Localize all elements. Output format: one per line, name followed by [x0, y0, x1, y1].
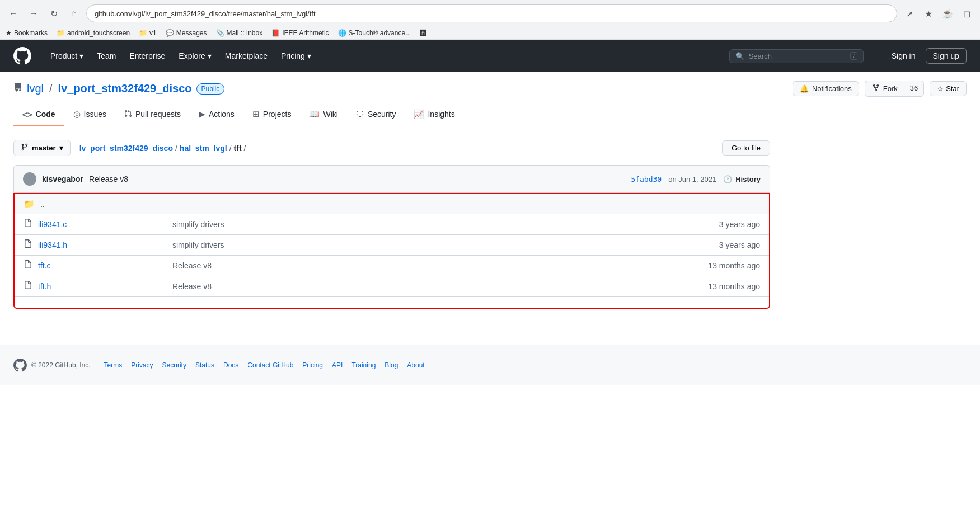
- github-header: Product ▾ Team Enterprise Explore ▾ Mark…: [0, 40, 980, 72]
- history-button[interactable]: 🕐 History: [723, 175, 761, 183]
- fork-button[interactable]: Fork: [865, 81, 904, 97]
- search-bar[interactable]: 🔍 Search /: [729, 49, 864, 63]
- file-commit: Release v8: [172, 261, 693, 270]
- branch-name: master: [32, 144, 56, 152]
- bookmark-v1[interactable]: 📁 v1: [139, 29, 157, 37]
- signup-button[interactable]: Sign up: [926, 48, 967, 64]
- wiki-icon: 📖: [309, 109, 320, 119]
- file-time: 3 years ago: [693, 241, 760, 249]
- breadcrumb-sep: /: [229, 144, 232, 153]
- address-bar[interactable]: github.com/lvgl/lv_port_stm32f429_disco/…: [86, 4, 897, 22]
- nav-marketplace[interactable]: Marketplace: [219, 48, 273, 64]
- file-time: 13 months ago: [693, 261, 760, 270]
- bookmark-ieee[interactable]: 📕 IEEE Arithmetic: [271, 29, 329, 37]
- file-icon: [24, 281, 32, 292]
- tab-insights[interactable]: 📈 Insights: [405, 103, 463, 126]
- table-padding-row: [15, 296, 769, 308]
- star-button[interactable]: ☆ Star: [930, 81, 967, 96]
- mail-icon: 📎: [216, 29, 224, 37]
- footer-link-about[interactable]: About: [407, 361, 424, 369]
- reload-button[interactable]: ↻: [46, 6, 62, 21]
- tab-projects[interactable]: ⊞ Projects: [243, 103, 301, 126]
- projects-icon: ⊞: [252, 109, 260, 119]
- footer-link-security[interactable]: Security: [162, 361, 186, 369]
- branch-selector[interactable]: master ▾: [13, 140, 71, 156]
- home-button[interactable]: ⌂: [66, 6, 82, 21]
- footer-link-contact[interactable]: Contact GitHub: [247, 361, 293, 369]
- tab-issues[interactable]: ◎ Issues: [64, 103, 115, 126]
- fork-icon: [872, 84, 880, 93]
- nav-product[interactable]: Product ▾: [45, 48, 89, 64]
- repo-owner[interactable]: lvgl: [27, 82, 44, 95]
- repo-title-row: lvgl / lv_port_stm32f429_disco Public 🔔 …: [13, 81, 967, 97]
- tab-wiki-label: Wiki: [323, 110, 337, 119]
- nav-explore[interactable]: Explore ▾: [173, 48, 217, 64]
- bookmark-stouch[interactable]: 🌐 S-Touch® advance...: [338, 29, 411, 37]
- nav-team[interactable]: Team: [91, 48, 121, 64]
- nav-explore-label: Explore: [179, 51, 205, 60]
- code-icon: <>: [22, 110, 32, 119]
- goto-file-button[interactable]: Go to file: [722, 140, 770, 156]
- bookmarks-bar: ★ Bookmarks 📁 android_touchscreen 📁 v1 💬…: [0, 27, 980, 40]
- footer-link-blog[interactable]: Blog: [385, 361, 398, 369]
- footer-link-status[interactable]: Status: [195, 361, 214, 369]
- file-name[interactable]: ili9341.c: [38, 220, 150, 229]
- file-name[interactable]: ili9341.h: [38, 241, 150, 249]
- footer-link-api[interactable]: API: [332, 361, 343, 369]
- star-icon: ☆: [937, 84, 944, 93]
- bookmark-bookmarks[interactable]: ★ Bookmarks: [6, 29, 48, 37]
- auth-buttons: Sign in Sign up: [886, 48, 967, 64]
- bookmark-amazon[interactable]: 🅰: [420, 29, 426, 37]
- breadcrumb-hal[interactable]: hal_stm_lvgl: [180, 144, 227, 153]
- avatar: [23, 172, 36, 186]
- github-nav: Product ▾ Team Enterprise Explore ▾ Mark…: [45, 48, 716, 64]
- footer-link-privacy[interactable]: Privacy: [131, 361, 153, 369]
- notifications-button[interactable]: 🔔 Notifications: [793, 81, 859, 96]
- search-icon: 🔍: [735, 52, 744, 60]
- notifications-label: Notifications: [812, 84, 852, 93]
- table-row[interactable]: ili9341.c simplify drivers 3 years ago: [15, 214, 769, 234]
- bookmark-button[interactable]: ★: [921, 6, 936, 21]
- table-row[interactable]: tft.c Release v8 13 months ago: [15, 255, 769, 276]
- tab-pull-requests[interactable]: Pull requests: [115, 103, 190, 126]
- fork-count[interactable]: 36: [904, 81, 924, 97]
- breadcrumb-repo[interactable]: lv_port_stm32f429_disco: [79, 144, 173, 153]
- clock-icon: 🕐: [723, 175, 732, 183]
- footer-copyright: © 2022 GitHub, Inc.: [31, 361, 91, 369]
- signin-button[interactable]: Sign in: [886, 48, 921, 64]
- bookmark-android[interactable]: 📁 android_touchscreen: [57, 29, 130, 37]
- tab-wiki[interactable]: 📖 Wiki: [300, 103, 346, 126]
- commit-bar: kisvegabor Release v8 5fabd30 on Jun 1, …: [13, 165, 770, 193]
- nav-pricing[interactable]: Pricing ▾: [275, 48, 317, 64]
- folder-icon: 📁: [57, 29, 65, 37]
- file-name[interactable]: tft.c: [38, 261, 150, 270]
- table-row[interactable]: ili9341.h simplify drivers 3 years ago: [15, 234, 769, 255]
- repo-icon: [13, 83, 22, 95]
- amazon-icon: 🅰: [420, 29, 426, 37]
- table-row[interactable]: tft.h Release v8 13 months ago: [15, 276, 769, 296]
- commit-hash[interactable]: 5fabd30: [631, 175, 662, 183]
- footer-link-terms[interactable]: Terms: [104, 361, 123, 369]
- bookmark-messages[interactable]: 💬 Messages: [166, 29, 207, 37]
- extensions-button[interactable]: ☕: [940, 6, 955, 21]
- file-icon: [24, 260, 32, 271]
- forward-button[interactable]: →: [26, 6, 41, 21]
- tab-security[interactable]: 🛡 Security: [347, 103, 405, 126]
- back-button[interactable]: ←: [6, 6, 21, 21]
- bookmark-mail[interactable]: 📎 Mail :: Inbox: [216, 29, 263, 37]
- table-row[interactable]: 📁 ..: [15, 194, 769, 214]
- repo-name[interactable]: lv_port_stm32f429_disco: [58, 82, 192, 95]
- footer-link-pricing[interactable]: Pricing: [302, 361, 323, 369]
- file-icon: [24, 219, 32, 230]
- commit-author[interactable]: kisvegabor: [42, 175, 83, 183]
- profile-button[interactable]: ◻: [959, 6, 974, 21]
- file-commit: simplify drivers: [172, 241, 693, 249]
- share-button[interactable]: ➚: [902, 6, 917, 21]
- footer-link-training[interactable]: Training: [351, 361, 376, 369]
- tab-code[interactable]: <> Code: [13, 103, 64, 126]
- file-name[interactable]: tft.h: [38, 282, 150, 291]
- nav-enterprise[interactable]: Enterprise: [124, 48, 171, 64]
- footer-link-docs[interactable]: Docs: [223, 361, 238, 369]
- tab-actions[interactable]: ▶ Actions: [190, 103, 243, 126]
- breadcrumb-sep: /: [175, 144, 177, 153]
